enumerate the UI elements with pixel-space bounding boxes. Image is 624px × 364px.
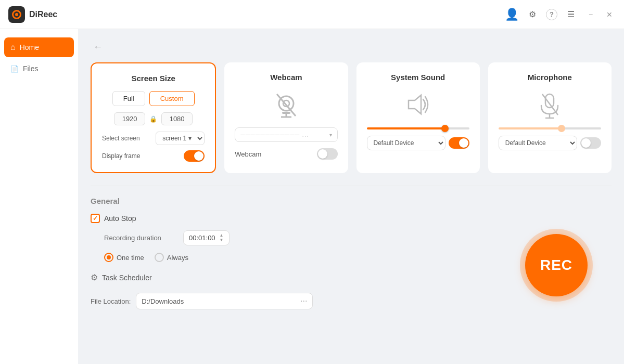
select-screen-label: Select screen xyxy=(102,135,140,142)
section-divider xyxy=(91,186,612,186)
rec-button[interactable]: REC xyxy=(525,234,588,296)
webcam-icon xyxy=(272,90,301,119)
sidebar-item-files[interactable]: 📄 Files xyxy=(4,59,74,78)
close-button[interactable]: ✕ xyxy=(603,8,616,21)
system-sound-device-dropdown[interactable]: Default Device xyxy=(367,136,445,150)
avatar-icon[interactable]: 👤 xyxy=(504,7,519,22)
size-buttons: Full Custom xyxy=(102,91,205,106)
webcam-toggle-thumb xyxy=(318,149,327,159)
radio-outer-one-time xyxy=(104,253,113,262)
task-scheduler-label: Task Scheduler xyxy=(102,274,152,282)
minimize-button[interactable]: − xyxy=(584,8,597,21)
system-sound-toggle-thumb xyxy=(459,138,468,148)
file-location-label: File Location: xyxy=(91,297,131,305)
file-path-box: D:/Downloads ··· xyxy=(136,293,313,309)
system-sound-card: System Sound xyxy=(356,62,480,173)
mic-device-dropdown[interactable]: Default Device xyxy=(499,136,577,150)
sound-icon-container xyxy=(367,90,469,119)
title-bar: DiReec 👤 ⚙ ? ☰ − ✕ xyxy=(0,0,624,29)
auto-stop-label: Auto Stop xyxy=(104,214,136,223)
settings-icon[interactable]: ⚙ xyxy=(525,7,540,22)
speaker-icon xyxy=(403,90,432,119)
webcam-title: Webcam xyxy=(235,73,337,82)
files-icon: 📄 xyxy=(10,65,19,73)
increment-arrow[interactable]: ▲ xyxy=(220,233,224,238)
mic-thumb xyxy=(558,125,565,132)
mic-volume-container xyxy=(499,127,601,129)
svg-rect-2 xyxy=(282,112,290,114)
width-input[interactable] xyxy=(114,112,145,125)
rec-button-container: REC xyxy=(520,229,593,302)
webcam-toggle[interactable] xyxy=(317,148,338,160)
system-sound-toggle[interactable] xyxy=(449,137,469,149)
system-sound-title: System Sound xyxy=(367,73,469,82)
microphone-title: Microphone xyxy=(499,73,601,82)
webcam-label: Webcam xyxy=(235,150,261,158)
duration-arrows[interactable]: ▲ ▼ xyxy=(220,233,224,242)
mic-device-row: Default Device xyxy=(499,136,601,150)
toggle-thumb xyxy=(194,151,203,161)
radio-outer-always xyxy=(155,253,164,262)
file-path-menu-button[interactable]: ··· xyxy=(300,296,307,306)
radio-always[interactable]: Always xyxy=(155,253,188,262)
auto-stop-row: ✓ Auto Stop xyxy=(91,214,612,223)
menu-icon[interactable]: ☰ xyxy=(564,7,578,22)
webcam-icon-container xyxy=(235,90,337,119)
lock-icon: 🔒 xyxy=(149,115,157,123)
file-path-value: D:/Downloads xyxy=(142,297,184,305)
screen-size-card: Screen Size Full Custom 🔒 Select screen xyxy=(91,62,216,173)
general-section-title: General xyxy=(91,197,612,205)
radio-one-time-label: One time xyxy=(117,254,144,262)
checkmark-icon: ✓ xyxy=(93,215,98,222)
height-input[interactable] xyxy=(161,112,193,125)
auto-stop-checkbox[interactable]: ✓ xyxy=(91,214,100,223)
rec-button-outer: REC xyxy=(520,229,593,302)
help-icon[interactable]: ? xyxy=(546,9,557,20)
home-icon: ⌂ xyxy=(10,43,16,52)
mic-volume-slider[interactable] xyxy=(499,127,601,129)
select-screen-row: Select screen screen 1 ▾ xyxy=(102,132,205,145)
sidebar-item-home-label: Home xyxy=(20,43,39,51)
gear-icon: ⚙ xyxy=(91,272,98,282)
title-bar-actions: 👤 ⚙ ? ☰ − ✕ xyxy=(504,7,616,22)
select-screen-dropdown[interactable]: screen 1 ▾ xyxy=(156,132,205,145)
custom-button[interactable]: Custom xyxy=(149,91,195,106)
microphone-card: Microphone xyxy=(488,62,612,173)
mic-icon-container xyxy=(499,90,601,119)
display-frame-row: Display frame xyxy=(102,150,205,162)
duration-value[interactable]: 00:01:00 xyxy=(189,234,215,242)
display-frame-label: Display frame xyxy=(102,152,140,160)
app-logo xyxy=(8,6,25,23)
volume-thumb xyxy=(441,125,449,132)
webcam-dropdown-text: ──────────── ... xyxy=(240,131,327,138)
radio-inner-one-time xyxy=(107,255,111,259)
svg-marker-6 xyxy=(409,95,421,114)
svg-line-10 xyxy=(542,94,558,115)
webcam-dropdown-row: ──────────── ... ▾ xyxy=(235,127,337,142)
webcam-toggle-row: Webcam xyxy=(235,148,337,160)
size-inputs: 🔒 xyxy=(102,112,205,125)
app-name: DiReec xyxy=(29,10,57,19)
screen-size-title: Screen Size xyxy=(102,74,205,83)
app-window: DiReec 👤 ⚙ ? ☰ − ✕ ⌂ Home 📄 Files xyxy=(0,0,624,364)
logo-icon xyxy=(12,10,21,19)
recording-duration-label: Recording duration xyxy=(104,234,177,242)
display-frame-toggle[interactable] xyxy=(184,150,205,162)
radio-one-time[interactable]: One time xyxy=(104,253,144,262)
volume-slider-container xyxy=(367,127,469,129)
system-sound-device-row: Default Device xyxy=(367,136,469,150)
sidebar-item-files-label: Files xyxy=(23,64,39,73)
back-button[interactable]: ← xyxy=(91,40,105,54)
chevron-down-icon: ▾ xyxy=(329,132,332,138)
decrement-arrow[interactable]: ▼ xyxy=(220,238,224,242)
sidebar: ⌂ Home 📄 Files xyxy=(0,29,78,364)
full-button[interactable]: Full xyxy=(112,91,145,106)
radio-always-label: Always xyxy=(167,254,188,262)
cards-row: Screen Size Full Custom 🔒 Select screen xyxy=(91,62,612,173)
rec-button-label: REC xyxy=(540,257,572,274)
mic-toggle-thumb xyxy=(581,138,591,148)
volume-slider[interactable] xyxy=(367,127,469,129)
mic-toggle[interactable] xyxy=(580,137,601,149)
content-area: ← Screen Size Full Custom 🔒 xyxy=(78,29,624,364)
sidebar-item-home[interactable]: ⌂ Home xyxy=(4,37,74,57)
